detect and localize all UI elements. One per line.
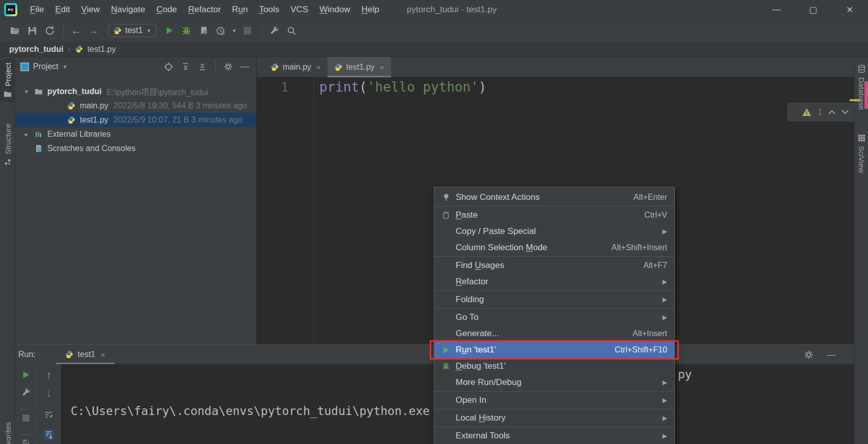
run-configuration-select[interactable]: test1 ▼: [108, 24, 157, 37]
profiler-dropdown-icon[interactable]: ▼: [231, 23, 238, 38]
debug-icon: [440, 362, 452, 370]
open-folder-icon[interactable]: [7, 23, 22, 38]
restore-layout-icon[interactable]: [15, 438, 37, 444]
soft-wrap-icon[interactable]: [37, 410, 60, 420]
menubar-item-code[interactable]: Code: [151, 0, 183, 19]
close-icon[interactable]: ×: [380, 63, 384, 72]
prev-issue-icon[interactable]: [828, 110, 835, 114]
context-menu-item[interactable]: Refactor ▶: [434, 274, 674, 290]
run-tab[interactable]: test1 ×: [57, 345, 113, 364]
locate-file-icon[interactable]: [164, 62, 173, 72]
context-menu-item[interactable]: Find Usages Alt+F7: [434, 257, 674, 274]
tree-row[interactable]: main.py 2022/5/8 19:30, 544 B 3 minutes …: [15, 99, 256, 113]
menubar-item-run[interactable]: Run: [226, 0, 253, 19]
down-stack-trace-icon[interactable]: ↓: [37, 387, 60, 399]
context-menu-item[interactable]: Local History ▶: [434, 410, 674, 426]
context-menu-item[interactable]: Debug 'test1': [434, 358, 674, 374]
chevron-down-icon[interactable]: ▼: [63, 64, 68, 70]
close-button[interactable]: ✕: [831, 0, 868, 19]
run-toolbar-console: ↑ ↓: [37, 364, 61, 444]
tree-row[interactable]: ▸ External Libraries: [15, 127, 256, 141]
context-menu-item[interactable]: Copy / Paste Special ▶: [434, 223, 674, 240]
editor-tab-test1.py[interactable]: test1.py ×: [327, 57, 391, 77]
menubar-item-view[interactable]: View: [76, 0, 106, 19]
context-menu-item[interactable]: External Tools ▶: [434, 428, 674, 444]
context-menu-item[interactable]: Open In ▶: [434, 392, 674, 408]
menu-item-shortcut: Alt+F7: [643, 261, 667, 270]
run-button[interactable]: [162, 23, 177, 38]
menubar-item-help[interactable]: Help: [356, 0, 385, 19]
breadcrumb-project[interactable]: pytorch_tudui: [9, 45, 64, 54]
menubar-item-window[interactable]: Window: [314, 0, 355, 19]
project-panel-header: Project ▼ —: [15, 57, 256, 76]
console-command-tail: py: [678, 365, 692, 383]
rerun-button[interactable]: [15, 370, 37, 379]
back-icon[interactable]: ←: [69, 23, 84, 38]
scratch-icon: [34, 144, 43, 153]
forward-icon[interactable]: →: [86, 23, 101, 38]
save-all-icon[interactable]: [24, 23, 40, 38]
tool-stripe-favorites[interactable]: Favorites: [0, 419, 15, 444]
tree-row[interactable]: ▾ pytorch_tudui E:\python项目\pytorch_tudu…: [15, 84, 256, 99]
gear-icon[interactable]: [804, 350, 814, 360]
context-menu-item[interactable]: Show Context Actions Alt+Enter: [434, 189, 674, 205]
run-configuration-label: test1: [125, 26, 143, 35]
close-icon[interactable]: ×: [101, 350, 105, 359]
line-number: 1: [257, 80, 314, 95]
context-menu-item[interactable]: Folding ▶: [434, 291, 674, 308]
profiler-button[interactable]: [214, 23, 229, 38]
sync-icon[interactable]: [42, 23, 57, 38]
expand-all-icon[interactable]: [181, 62, 190, 71]
wrench-icon[interactable]: [15, 388, 37, 397]
breadcrumb: pytorch_tudui › test1.py: [0, 42, 868, 57]
scroll-to-end-icon[interactable]: [37, 429, 60, 440]
code-token-builtin: print: [319, 79, 359, 95]
tree-row[interactable]: test1.py 2022/5/9 10:07, 21 B 3 minutes …: [15, 113, 256, 127]
tab-label: main.py: [283, 63, 311, 72]
close-icon[interactable]: ×: [316, 63, 321, 72]
up-stack-trace-icon[interactable]: ↑: [37, 369, 60, 381]
minimize-button[interactable]: —: [758, 0, 795, 19]
run-coverage-button[interactable]: [196, 23, 212, 38]
debug-button[interactable]: [179, 23, 194, 38]
toolbar-separator: [19, 434, 33, 435]
tool-stripe-project[interactable]: Project: [0, 59, 15, 102]
tool-stripe-sciview[interactable]: SciView: [855, 130, 868, 177]
menubar-item-refactor[interactable]: Refactor: [183, 0, 226, 19]
console-command: C:\Users\fairy\.conda\envs\pytorch_tudui…: [71, 404, 430, 418]
tool-stripe-structure[interactable]: Structure: [0, 120, 15, 169]
menubar-item-file[interactable]: File: [24, 0, 49, 19]
hide-panel-icon[interactable]: —: [827, 349, 836, 360]
search-everywhere-icon[interactable]: [284, 23, 300, 38]
next-issue-icon[interactable]: [842, 110, 849, 114]
collapse-all-icon[interactable]: [198, 62, 207, 71]
hide-panel-icon[interactable]: —: [241, 62, 249, 72]
tree-row[interactable]: Scratches and Consoles: [15, 141, 256, 156]
context-menu-item[interactable]: Paste Ctrl+V: [434, 207, 674, 223]
project-panel-title[interactable]: Project: [33, 62, 58, 71]
menubar-item-navigate[interactable]: Navigate: [105, 0, 151, 19]
chevron-icon[interactable]: ▸: [22, 131, 31, 138]
annotation-red-box-run: [430, 340, 679, 360]
right-tool-stripe: DatabaseSciView: [854, 57, 868, 444]
warning-stripe-mark: [850, 99, 860, 101]
menubar-item-edit[interactable]: Edit: [49, 0, 75, 19]
menu-item-label: Open In: [456, 395, 487, 405]
menubar-item-tools[interactable]: Tools: [254, 0, 285, 19]
wrench-icon[interactable]: [267, 23, 282, 38]
context-menu-item[interactable]: Run 'test1' Ctrl+Shift+F10: [434, 342, 674, 358]
editor-tab-main.py[interactable]: main.py ×: [264, 57, 327, 77]
maximize-button[interactable]: ▢: [795, 0, 831, 19]
breadcrumb-file[interactable]: test1.py: [87, 45, 116, 54]
context-menu-item[interactable]: Generate... Alt+Insert: [434, 325, 674, 342]
chevron-icon[interactable]: ▾: [22, 88, 31, 95]
context-menu-item[interactable]: Column Selection Mode Alt+Shift+Insert: [434, 240, 674, 256]
code-token-string: 'hello python': [367, 79, 478, 95]
context-menu-item[interactable]: More Run/Debug ▶: [434, 374, 674, 391]
menu-item-shortcut: Alt+Enter: [634, 193, 667, 202]
context-menu-item[interactable]: Go To ▶: [434, 309, 674, 325]
window-title: pytorch_tudui - test1.py: [407, 0, 497, 19]
gear-icon[interactable]: [224, 62, 233, 71]
menubar-item-vcs[interactable]: VCS: [285, 0, 314, 19]
menu-item-shortcut: Alt+Shift+Insert: [612, 243, 667, 252]
